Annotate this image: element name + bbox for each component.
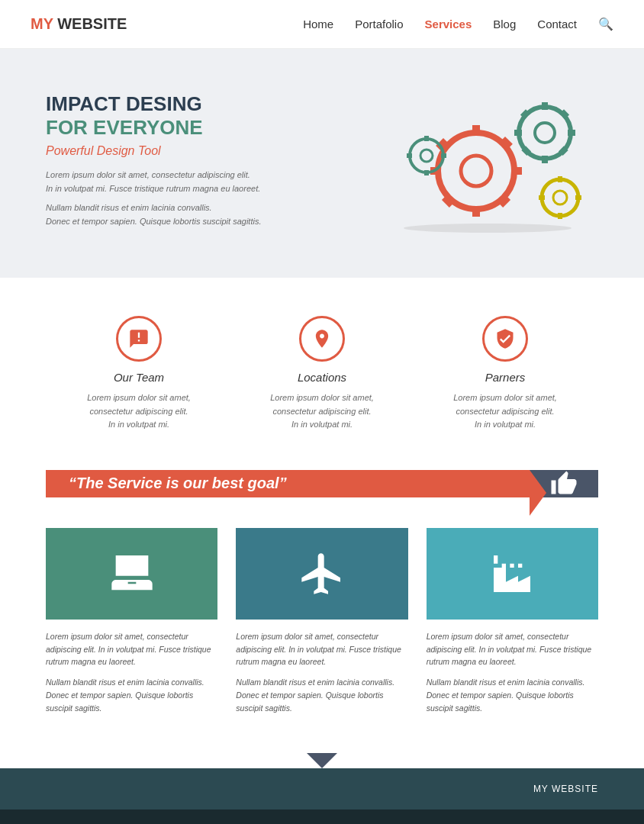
svg-rect-25 (575, 195, 581, 200)
team-text: Lorem ipsum dolor sit amet, consectetur … (70, 391, 208, 432)
svg-rect-13 (542, 156, 548, 163)
svg-rect-23 (558, 213, 562, 219)
nav-blog[interactable]: Blog (493, 18, 516, 31)
plane-icon (298, 549, 346, 598)
features-section: Our Team Lorem ipsum dolor sit amet, con… (0, 278, 644, 470)
svg-point-11 (535, 123, 555, 143)
banner-text-area: “The Service is our best goal” (46, 470, 530, 497)
location-icon (311, 328, 333, 349)
hero-para1: Lorem ipsum dolor sit amet, consectetur … (46, 169, 261, 195)
card-monitor-para2: Nullam blandit risus et enim lacinia con… (46, 676, 217, 714)
nav-portafolio[interactable]: Portafolio (355, 18, 403, 31)
svg-point-20 (542, 179, 578, 216)
card-plane-para1: Lorem ipsum dolor sit amet, consectetur … (236, 630, 407, 668)
card-factory-para1: Lorem ipsum dolor sit amet, consectetur … (427, 630, 598, 668)
team-icon-wrap (116, 316, 162, 362)
parners-title: Parners (436, 371, 574, 384)
search-icon[interactable]: 🔍 (598, 17, 613, 31)
footer-bottom: VectorStock® VectorStock.com/24219680 (0, 810, 644, 824)
card-plane-img (236, 528, 407, 620)
svg-rect-15 (568, 130, 575, 136)
logo-my: MY (31, 15, 53, 32)
hero-title: IMPACT DESING FOR EVERYONE (46, 92, 261, 140)
thumbs-up-icon (550, 470, 578, 497)
hero-subtitle: Powerful Design Tool (46, 144, 261, 158)
svg-rect-14 (514, 130, 522, 136)
factory-icon (488, 549, 536, 598)
navbar: MY WEBSITE Home Portafolio Services Blog… (0, 0, 644, 49)
feature-team: Our Team Lorem ipsum dolor sit amet, con… (70, 316, 208, 432)
svg-rect-8 (442, 195, 455, 208)
svg-rect-31 (441, 153, 446, 158)
card-monitor-img (46, 528, 217, 620)
hero-text: IMPACT DESING FOR EVERYONE Powerful Desi… (46, 92, 261, 235)
svg-rect-28 (424, 136, 429, 141)
parners-icon-wrap (482, 316, 528, 362)
svg-rect-24 (539, 195, 545, 200)
locations-icon-wrap (299, 316, 345, 362)
parners-text: Lorem ipsum dolor sit amet, consectetur … (436, 391, 574, 432)
locations-text: Lorem ipsum dolor sit amet, consectetur … (253, 391, 391, 432)
svg-rect-9 (497, 195, 510, 208)
locations-title: Locations (253, 371, 391, 384)
nav-contact[interactable]: Contact (537, 18, 577, 31)
nav-links: Home Portafolio Services Blog Contact 🔍 (303, 17, 613, 31)
hero-gears (385, 87, 598, 240)
nav-services[interactable]: Services (425, 18, 472, 31)
svg-rect-22 (558, 176, 562, 182)
logo: MY WEBSITE (31, 15, 127, 33)
banner-quote: “The Service is our best goal” (69, 475, 287, 492)
svg-rect-5 (511, 167, 522, 175)
cards-section: Lorem ipsum dolor sit amet, consectetur … (0, 528, 644, 753)
svg-marker-33 (307, 753, 337, 768)
monitor-icon (108, 549, 156, 598)
shield-icon (494, 328, 516, 349)
logo-website: WEBSITE (53, 15, 127, 32)
hero-section: IMPACT DESING FOR EVERYONE Powerful Desi… (0, 49, 644, 278)
svg-rect-2 (472, 125, 480, 136)
feature-locations: Locations Lorem ipsum dolor sit amet, co… (253, 316, 391, 432)
svg-rect-12 (542, 102, 548, 110)
card-factory-img (427, 528, 598, 620)
svg-rect-30 (407, 153, 412, 158)
card-monitor: Lorem ipsum dolor sit amet, consectetur … (46, 528, 217, 723)
footer-arrow (307, 753, 337, 768)
card-plane-para2: Nullam blandit risus et enim lacinia con… (236, 676, 407, 714)
card-factory: Lorem ipsum dolor sit amet, consectetur … (427, 528, 598, 723)
svg-point-21 (553, 191, 567, 204)
svg-rect-7 (500, 137, 513, 150)
hero-para2: Nullam blandit risus et enim lacinia con… (46, 201, 261, 228)
card-factory-para2: Nullam blandit risus et enim lacinia con… (427, 676, 598, 714)
card-plane: Lorem ipsum dolor sit amet, consectetur … (236, 528, 407, 723)
svg-point-1 (461, 156, 491, 186)
nav-home[interactable]: Home (303, 18, 333, 31)
svg-point-27 (420, 150, 433, 162)
footer-top-text: MY WEBSITE (533, 784, 598, 794)
svg-rect-3 (472, 206, 480, 217)
feature-parners: Parners Lorem ipsum dolor sit amet, cons… (436, 316, 574, 432)
svg-point-32 (404, 224, 572, 233)
footer-top: MY WEBSITE (0, 768, 644, 810)
chat-icon (128, 328, 150, 349)
team-title: Our Team (70, 371, 208, 384)
card-monitor-para1: Lorem ipsum dolor sit amet, consectetur … (46, 630, 217, 668)
service-banner: “The Service is our best goal” (46, 470, 598, 497)
svg-rect-29 (424, 170, 429, 175)
gears-illustration (385, 87, 598, 240)
